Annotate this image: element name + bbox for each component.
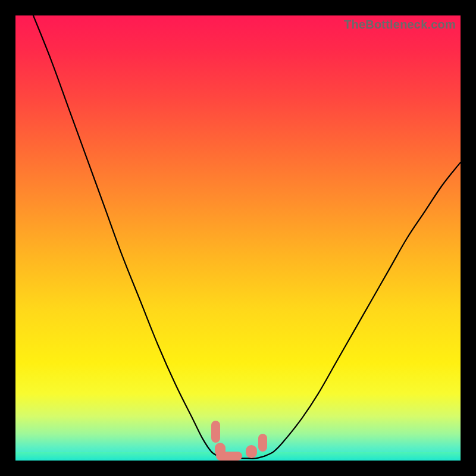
series-right-curve <box>265 162 461 456</box>
plot-area: TheBottleneck.com <box>15 15 461 461</box>
series-left-curve <box>33 15 218 456</box>
blotch-2 <box>216 452 243 461</box>
curve-layer <box>15 15 461 461</box>
blotch-4 <box>258 434 267 452</box>
chart-frame: TheBottleneck.com <box>0 0 476 476</box>
blotch-0 <box>211 421 220 443</box>
watermark-text: TheBottleneck.com <box>344 18 456 32</box>
blotch-3 <box>246 445 257 458</box>
